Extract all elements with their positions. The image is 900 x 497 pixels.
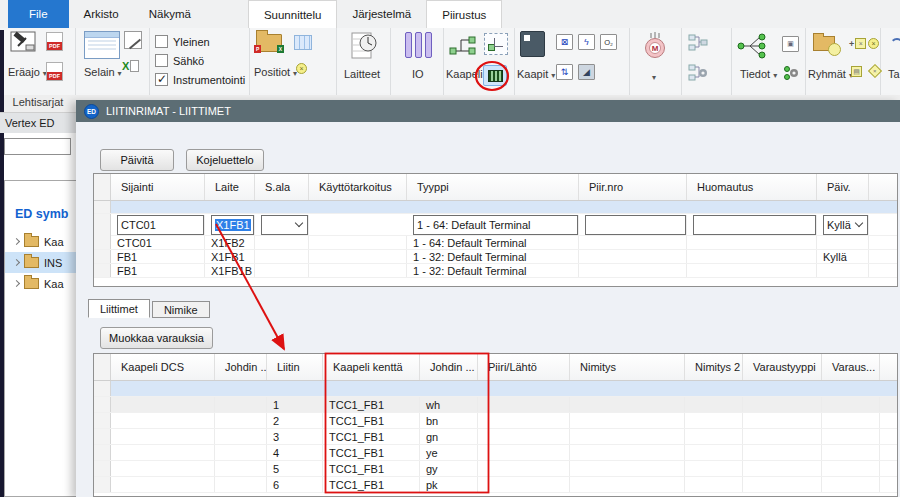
crossbox-icon[interactable]: ⊠ [556,34,573,50]
col-kayttotarkoitus[interactable]: Käyttötarkoitus [309,174,407,200]
motor-dropdown[interactable] [652,70,656,82]
col-huomautus[interactable]: Huomautus [687,174,817,200]
cabinet-icon[interactable] [520,31,545,57]
motor-icon[interactable]: M [642,31,668,61]
muokkaa-varauksia-button[interactable]: Muokkaa varauksia [100,327,213,349]
paiv-combobox[interactable]: Kyllä [823,215,868,235]
sijainti-edit-cell[interactable]: CTC01 [117,215,204,235]
remove-group-icon[interactable]: × [868,38,879,49]
data-tree-icon[interactable] [736,31,776,63]
col-varaustyyppi[interactable]: Varaustyyppi [743,354,822,380]
lightning-icon[interactable]: ϟ [578,34,595,50]
io-button[interactable]: IO [412,68,424,80]
updown-arrows-icon[interactable]: ⇅ [556,64,573,80]
sidebar-filter-input[interactable] [4,138,71,155]
col-nimitys2[interactable]: Nimitys 2 [685,354,743,380]
structure-settings-icon[interactable] [688,64,708,83]
row-selector-header[interactable] [94,174,111,200]
table-row-new[interactable] [94,381,897,397]
table-row[interactable]: FB1 X1FB1 1 - 32: Default Terminal Kyllä [94,250,897,264]
group-diamond-icon[interactable]: × [868,64,882,78]
col-laite[interactable]: Laite [205,174,255,200]
checkbox-sahko[interactable]: Sähkö [155,53,204,68]
col-piirnro[interactable]: Piir.nro [579,174,687,200]
row-selector-header[interactable] [94,354,111,380]
io-icon[interactable] [405,32,432,58]
checkbox-yleinen[interactable]: Yleinen [155,34,210,49]
group-grid-icon[interactable]: ▤ [851,66,862,77]
kaapit-button[interactable]: Kaapit [517,68,555,80]
checkbox-instrumentointi[interactable]: Instrumentointi [155,72,245,87]
batch-run-icon[interactable] [10,31,36,55]
col-johdin-dcs[interactable]: Johdin ... [215,354,267,380]
table-row[interactable]: 6 TCC1_FB1 pk [94,477,897,493]
data-settings-icon[interactable] [782,65,800,83]
terminal-strips-button-highlighted[interactable] [483,65,507,86]
table-row[interactable]: 5 TCC1_FB1 gy [94,461,897,477]
table-row-new[interactable] [94,201,897,214]
table-row-editing[interactable]: CTC01 X1FB1 1 - 64: Default Terminal Kyl… [94,214,897,236]
col-piiri-lahto[interactable]: Piiri/Lähtö [478,354,570,380]
huomautus-edit-cell[interactable] [693,215,816,235]
col-johdin-kentta[interactable]: Johdin ... [420,354,478,380]
piirnro-edit-cell[interactable] [585,215,686,235]
partial-icon[interactable] [890,38,900,52]
dialog-titlebar[interactable]: ED LIITINRIMAT - LIITTIMET [76,100,900,122]
image-icon[interactable]: ◢ [578,64,595,80]
structure-tree-icon[interactable] [688,34,708,53]
selain-button[interactable]: Selain [84,66,122,78]
col-sala[interactable]: S.ala [255,174,309,200]
add-group-icon[interactable]: +× [849,38,866,49]
groups-folder-icon[interactable] [813,36,835,51]
table-row[interactable]: 1 TCC1_FB1 wh [94,397,897,413]
table-row[interactable]: 4 TCC1_FB1 ye [94,445,897,461]
window-small-icon[interactable]: ▣ [782,36,799,52]
tyyppi-edit-cell[interactable]: 1 - 64: Default Terminal [413,215,578,235]
excel-export-icon[interactable]: X [122,60,139,72]
tab-arkisto[interactable]: Arkisto [69,0,134,28]
col-sijainti[interactable]: Sijainti [111,174,205,200]
position-remove-icon[interactable]: × [296,63,307,74]
pdf-settings-icon[interactable]: PDF [46,62,63,81]
browser-window-icon[interactable] [84,31,120,59]
ryhmat-button[interactable]: Ryhmät [808,68,853,80]
positions-folder-icon[interactable]: P X [256,34,282,52]
pdf-export-icon[interactable]: PDF [46,32,63,51]
tiedot-button[interactable]: Tiedot [740,68,777,80]
devices-icon[interactable] [351,31,377,62]
tab-jarjestelma[interactable]: Järjestelmä [337,0,426,28]
laitteet-button[interactable]: Laitteet [344,68,380,80]
tab-piirustus[interactable]: Piirustus [426,0,502,28]
ta-button[interactable]: Ta [888,68,900,80]
col-kaapeli-kentta[interactable]: Kaapeli kenttä [323,354,420,380]
col-nimitys[interactable]: Nimitys [570,354,685,380]
tab-nimike[interactable]: Nimike [152,301,210,318]
cables-icon[interactable] [448,32,478,60]
tab-suunnittelu[interactable]: Suunnittelu [248,0,338,28]
col-kaapeli-dcs[interactable]: Kaapeli DCS [111,354,215,380]
tab-liittimet[interactable]: Liittimet [88,299,150,318]
clipboard-edit-icon[interactable] [124,31,142,49]
tree-item-kaapit[interactable]: Kaa [5,273,76,294]
cable-select-icon[interactable] [484,33,508,55]
tab-nakyma[interactable]: Näkymä [134,0,206,28]
col-paiv[interactable]: Päiv. [817,174,869,200]
paivita-button[interactable]: Päivitä [100,149,174,171]
eraajo-button[interactable]: Eräajo [8,66,47,78]
tree-item-ins-selected[interactable]: INS [5,252,76,273]
o2-icon[interactable]: O₂ [600,34,617,50]
tree-item-kaapelit[interactable]: Kaa [5,231,76,252]
col-tyyppi[interactable]: Tyyppi [407,174,579,200]
row-selector[interactable] [94,214,111,236]
table-row[interactable]: 3 TCC1_FB1 gn [94,429,897,445]
col-liitin[interactable]: Liitin [267,354,323,380]
table-row[interactable]: CTC01 X1FB2 1 - 64: Default Terminal [94,236,897,250]
laite-edit-cell[interactable]: X1FB1 [211,215,254,235]
tab-file[interactable]: File [8,0,69,28]
positiot-button[interactable]: Positiot [254,66,297,78]
table-row[interactable]: 2 TCC1_FB1 bn [94,413,897,429]
position-table-icon[interactable] [294,35,312,50]
kojeluettelo-button[interactable]: Kojeluettelo [186,149,264,171]
table-row[interactable]: FB1 X1FB1B 1 - 32: Default Terminal [94,264,897,278]
sala-combobox[interactable] [261,215,308,235]
